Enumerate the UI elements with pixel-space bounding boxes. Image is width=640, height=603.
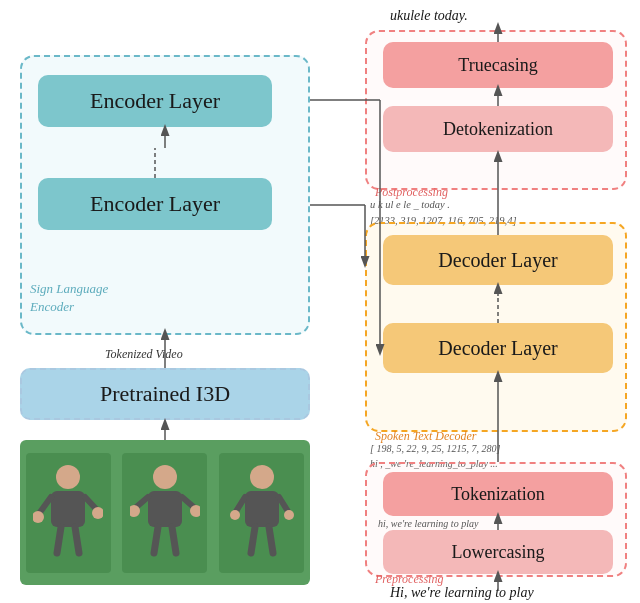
svg-line-21 xyxy=(269,527,273,553)
tokenization-box: Tokenization xyxy=(383,472,613,516)
svg-rect-9 xyxy=(148,491,182,527)
encoder-layer-top: Encoder Layer xyxy=(38,75,272,127)
encoder-label: Sign Language Encoder xyxy=(30,280,108,316)
encoder-layer-bottom: Encoder Layer xyxy=(38,178,272,230)
svg-line-13 xyxy=(172,527,176,553)
svg-line-12 xyxy=(154,527,158,553)
lowercasing-box: Lowercasing xyxy=(383,530,613,574)
decoder-layer-bottom: Decoder Layer xyxy=(383,323,613,373)
truecasing-box: Truecasing xyxy=(383,42,613,88)
video-frame-3 xyxy=(219,453,304,573)
svg-point-0 xyxy=(56,465,80,489)
output-text: ukulele today. xyxy=(390,8,468,24)
detokenization-box: Detokenization xyxy=(383,106,613,152)
person-icon-2 xyxy=(130,463,200,563)
video-area xyxy=(20,440,310,585)
diagram: ukulele today. Postprocessing Truecasing… xyxy=(0,0,640,603)
svg-point-23 xyxy=(284,510,294,520)
input-text: Hi, we're learning to play xyxy=(390,585,534,601)
tokenized-video-label: Tokenized Video xyxy=(105,347,183,362)
svg-point-22 xyxy=(230,510,240,520)
svg-line-20 xyxy=(251,527,255,553)
person-icon-1 xyxy=(33,463,103,563)
decoder-layer-top: Decoder Layer xyxy=(383,235,613,285)
svg-line-5 xyxy=(75,527,79,553)
svg-rect-17 xyxy=(245,491,279,527)
person-icon-3 xyxy=(227,463,297,563)
svg-point-16 xyxy=(250,465,274,489)
video-frame-1 xyxy=(26,453,111,573)
i3d-box: Pretrained I3D xyxy=(20,368,310,420)
learning-text-small: hi, we're learning to play xyxy=(378,518,478,529)
video-frame-2 xyxy=(122,453,207,573)
svg-point-8 xyxy=(153,465,177,489)
svg-rect-1 xyxy=(51,491,85,527)
svg-line-4 xyxy=(57,527,61,553)
